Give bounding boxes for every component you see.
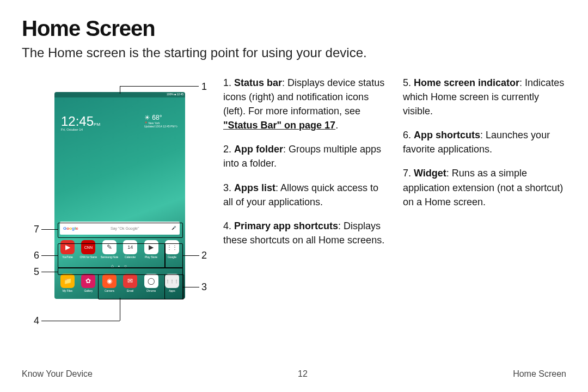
app-icon: ◉Camera	[101, 274, 118, 292]
app-icon: 14Calendar	[121, 240, 139, 259]
description-columns: 1. Status bar: Displays device status ic…	[223, 76, 566, 257]
leader-7	[41, 229, 58, 230]
leader-1h	[120, 86, 199, 87]
status-bar-link[interactable]: "Status Bar" on page 17	[223, 120, 335, 131]
search-hint: Say "Ok Google"	[111, 226, 139, 230]
clock-ampm: PM	[94, 122, 100, 127]
item-5: 5. Home screen indicator: Indicates whic…	[403, 76, 566, 118]
device-primary-row: 📁My Files✿Gallery◉Camera✉Email◯Chrome⋮⋮⋮…	[59, 274, 181, 292]
callout-num-4: 4	[34, 315, 39, 327]
clock-time: 12:45	[61, 114, 94, 128]
device-page-indicator: ⌂ • ○	[54, 264, 185, 268]
col-2: 5. Home screen indicator: Indicates whic…	[403, 76, 566, 257]
device-clock: 12:45PM Fri, October 14	[61, 114, 100, 131]
callout-num-7: 7	[34, 224, 39, 235]
weather-updated: Updated 10/14 12:45 PM ↻	[144, 125, 177, 128]
page-footer: Know Your Device 12 Home Screen	[22, 369, 566, 379]
app-icon: ✉Email	[121, 274, 139, 292]
leader-5	[41, 272, 58, 272]
clock-date: Fri, October 14	[61, 128, 100, 131]
leader-4h	[41, 321, 120, 321]
app-icon: ⋮⋮Google	[163, 240, 181, 259]
page-title: Home Screen	[22, 16, 566, 41]
app-icon: ▶YouTube	[59, 240, 76, 259]
leader-4v	[120, 298, 120, 321]
app-icon: ▶Play Store	[143, 240, 160, 259]
footer-center: 12	[298, 369, 308, 379]
app-icon: ◯Chrome	[143, 274, 160, 292]
callout-num-2: 2	[201, 250, 207, 261]
page-subtitle: The Home screen is the starting point fo…	[22, 45, 566, 60]
callout-num-6: 6	[34, 250, 39, 261]
app-icon: 📁My Files	[59, 274, 76, 292]
leader-3	[183, 287, 199, 287]
callout-num-1: 1	[201, 81, 207, 93]
app-icon: ✿Gallery	[79, 274, 97, 292]
item-4: 4. Primary app shortcuts: Displays these…	[223, 219, 387, 247]
app-icon: ⋮⋮⋮Apps	[163, 274, 181, 292]
leader-2	[183, 255, 199, 256]
callout-num-3: 3	[201, 281, 207, 293]
col-1: 1. Status bar: Displays device status ic…	[223, 76, 387, 257]
item-2: 2. App folder: Groups multiple apps into…	[223, 142, 387, 170]
device-weather: ☀ 68° 📍 New York Updated 10/14 12:45 PM …	[144, 114, 177, 128]
item-6: 6. App shortcuts: Launches your favorite…	[403, 128, 566, 156]
leader-1v	[120, 86, 120, 94]
device-app-row: ▶YouTubeCNNCNN for Samsung✎Samsung Notes…	[59, 240, 181, 259]
footer-right: Home Screen	[513, 369, 566, 379]
callout-num-5: 5	[34, 266, 39, 278]
google-logo: Google	[63, 226, 78, 231]
item-1: 1. Status bar: Displays device status ic…	[223, 76, 387, 132]
diagram-area: 100% ■ 12:45 12:45PM Fri, October 14 ☀ 6…	[22, 76, 207, 257]
mic-icon: 🎤	[171, 226, 176, 230]
app-icon: ✎Samsung Notes	[101, 240, 118, 259]
leader-6	[41, 255, 58, 256]
device-search-widget: Google Say "Ok Google" 🎤	[60, 222, 180, 235]
footer-left: Know Your Device	[22, 369, 93, 379]
item-3: 3. Apps list: Allows quick access to all…	[223, 181, 387, 209]
app-icon: CNNCNN for Samsung	[79, 240, 97, 259]
weather-temp: 68°	[152, 114, 162, 121]
item-7: 7. Widget: Runs as a simple application …	[403, 166, 566, 209]
device-mockup: 100% ■ 12:45 12:45PM Fri, October 14 ☀ 6…	[54, 92, 185, 299]
